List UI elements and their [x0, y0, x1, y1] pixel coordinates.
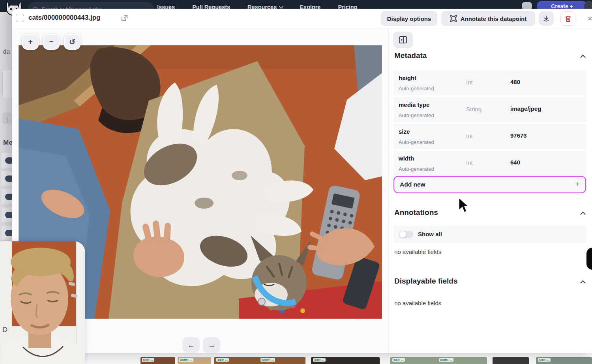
add-new-metadata-button[interactable]: Add new + — [393, 176, 586, 193]
chevron-down-icon — [279, 4, 283, 9]
background-list-row — [2, 207, 13, 222]
background-thumbnail-strip: size: … width: … size: … width: … size: … — [0, 353, 592, 364]
field-value: 640 — [510, 159, 520, 166]
field-note: Auto-generated — [399, 86, 434, 91]
thumbnail[interactable]: size: … — [141, 357, 175, 364]
next-datapoint-button[interactable]: → — [203, 337, 220, 353]
field-name: media type — [399, 101, 429, 108]
open-external-icon[interactable] — [121, 14, 128, 22]
displayable-empty-text: no available fields — [394, 300, 441, 306]
size-chip: size: … — [142, 358, 154, 362]
bounding-box-icon — [450, 15, 457, 22]
thumbnail[interactable]: size: … width: … — [214, 357, 305, 364]
field-value: image/jpeg — [510, 105, 541, 112]
thumbnail[interactable]: size: … width: … — [390, 357, 487, 364]
annotate-datapoint-button[interactable]: Annotate this datapoint — [441, 11, 535, 26]
show-all-toggle[interactable] — [399, 231, 413, 238]
field-type: Int — [466, 79, 473, 86]
background-partial-text: D — [2, 326, 7, 334]
panel-layout-icon — [399, 36, 407, 44]
screen: da [ Me D Search public repositories Iss… — [0, 0, 592, 364]
add-new-label: Add new — [400, 181, 425, 188]
field-type: Int — [466, 133, 473, 139]
collapse-panel-button[interactable] — [393, 32, 413, 48]
size-chip: size: … — [538, 358, 551, 362]
background-panel-fragment — [2, 69, 13, 99]
metadata-row-height[interactable]: height Auto-generated Int 480 — [393, 70, 586, 95]
field-value: 97673 — [510, 132, 527, 139]
displayable-fields-section-title: Displayable fields — [394, 277, 458, 286]
thumbnail[interactable] — [493, 357, 529, 364]
size-chip: size: … — [313, 358, 326, 362]
metadata-panel: Metadata height Auto-generated Int 480 m… — [389, 28, 592, 353]
mouse-cursor — [458, 197, 470, 214]
background-list-row — [2, 153, 13, 168]
background-list-row — [2, 226, 13, 241]
field-name: size — [399, 128, 410, 135]
modal-header: cats/000000000443.jpg Display options An… — [12, 9, 592, 28]
field-type: String — [466, 106, 481, 112]
background-list-row — [2, 171, 13, 186]
collapse-displayable-icon[interactable] — [580, 280, 586, 284]
background-button-fragment: [ — [2, 112, 12, 124]
plus-icon: + — [575, 180, 580, 189]
field-name: width — [399, 155, 414, 162]
background-list-row — [2, 189, 13, 204]
rotate-button[interactable]: ↺ — [64, 34, 81, 50]
thumbnail[interactable]: width: … — [178, 357, 211, 364]
download-icon — [543, 15, 550, 22]
annotations-empty-text: no available fields — [394, 248, 441, 255]
display-options-button[interactable]: Display options — [381, 11, 437, 26]
background-partial-text: da — [3, 48, 10, 55]
download-button[interactable] — [539, 11, 554, 26]
thumbnail[interactable]: size: … — [311, 357, 380, 364]
toggle-knob — [399, 231, 406, 238]
field-note: Auto-generated — [399, 166, 434, 172]
show-all-row: Show all — [393, 226, 586, 243]
previous-datapoint-button[interactable]: ← — [182, 337, 200, 353]
size-chip: size: … — [392, 358, 405, 362]
size-chip: size: … — [216, 358, 229, 362]
datapoint-modal: cats/000000000443.jpg Display options An… — [12, 9, 592, 353]
floating-widget-fragment[interactable] — [586, 248, 592, 270]
zoom-out-button[interactable]: − — [43, 34, 60, 50]
background-partial-text: Me — [3, 139, 13, 147]
metadata-section-title: Metadata — [394, 51, 427, 60]
width-chip: width: … — [260, 358, 275, 362]
metadata-row-media-type[interactable]: media type Auto-generated String image/j… — [393, 97, 586, 122]
field-note: Auto-generated — [399, 139, 434, 145]
metadata-row-width[interactable]: width Auto-generated Int 640 — [393, 151, 586, 176]
webcam-overlay — [0, 241, 85, 364]
width-chip: width: … — [179, 358, 193, 362]
trash-icon — [565, 15, 571, 22]
delete-button[interactable] — [560, 11, 575, 26]
field-type: Int — [466, 159, 473, 166]
field-note: Auto-generated — [399, 112, 434, 118]
show-all-label: Show all — [418, 231, 442, 237]
metadata-row-size[interactable]: size Auto-generated Int 97673 — [393, 124, 586, 149]
field-value: 480 — [510, 78, 520, 85]
thumbnail[interactable]: size: … — [536, 357, 592, 364]
close-modal-button[interactable]: × — [584, 13, 592, 24]
collapse-annotations-icon[interactable] — [580, 211, 586, 215]
datapoint-title: cats/000000000443.jpg — [28, 14, 100, 22]
collapse-metadata-icon[interactable] — [580, 54, 586, 58]
presenter-video — [0, 241, 85, 364]
width-chip: width: … — [439, 358, 453, 362]
field-name: height — [399, 75, 416, 81]
select-datapoint-checkbox[interactable] — [16, 14, 24, 22]
zoom-in-button[interactable]: + — [22, 34, 39, 50]
annotations-section-title: Annotations — [394, 208, 438, 217]
